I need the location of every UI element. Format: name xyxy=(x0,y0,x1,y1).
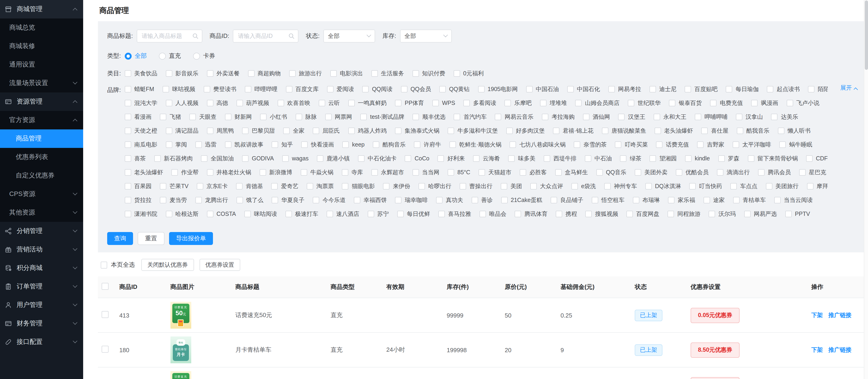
brand-checkbox-8-9[interactable]: 善诊 xyxy=(471,196,493,204)
brand-checkbox-6-0[interactable]: 老头油爆虾 xyxy=(124,169,163,176)
brand-checkbox-5-8[interactable]: 好利来 xyxy=(438,155,465,163)
brand-checkbox-3-5[interactable]: 屈臣氏 xyxy=(313,127,340,135)
row-checkbox[interactable] xyxy=(102,346,108,353)
brand-checkbox-5-13[interactable]: 绿茶 xyxy=(620,155,642,163)
brand-checkbox-7-13[interactable]: 神州专车 xyxy=(604,182,637,190)
brand-checkbox-3-9[interactable]: 好多肉汉堡 xyxy=(506,127,545,135)
brand-checkbox-1-15[interactable]: 电费充值 xyxy=(710,99,743,107)
type-radio-0[interactable]: 全部 xyxy=(124,52,147,60)
brand-checkbox-5-12[interactable]: 中石油 xyxy=(585,155,612,163)
brand-checkbox-8-5[interactable]: 今今乐道 xyxy=(313,196,345,204)
brand-checkbox-9-12[interactable]: 搜狐视频 xyxy=(586,210,618,218)
brand-checkbox-2-5[interactable]: 脉脉 xyxy=(296,113,317,121)
brand-checkbox-0-14[interactable]: 百度贴吧 xyxy=(685,85,718,93)
brand-checkbox-4-8[interactable]: 许府牛 xyxy=(414,141,441,149)
brand-checkbox-7-9[interactable]: 曹操出行 xyxy=(460,182,492,190)
promo-link[interactable]: 推广链接 xyxy=(828,346,851,353)
brand-checkbox-1-7[interactable]: PP体育 xyxy=(395,99,424,107)
brand-checkbox-1-4[interactable]: 欢喜首映 xyxy=(277,99,310,107)
brand-checkbox-4-3[interactable]: 凯叔讲故事 xyxy=(225,141,263,149)
brand-checkbox-3-11[interactable]: 唐猫说酸菜鱼 xyxy=(602,127,646,135)
off-shelf-link[interactable]: 下架 xyxy=(811,312,823,318)
brand-checkbox-6-13[interactable]: 美团外卖 xyxy=(635,169,668,176)
category-checkbox-4[interactable]: 旅游出行 xyxy=(289,69,322,78)
brand-checkbox-5-6[interactable]: 中石化油卡 xyxy=(358,155,397,163)
brand-checkbox-2-7[interactable]: test-测试品牌 xyxy=(360,113,404,121)
stock-select[interactable]: 全部 xyxy=(400,30,452,42)
brand-checkbox-4-0[interactable]: 南瓜电影 xyxy=(124,141,157,149)
category-checkbox-5[interactable]: 电影演出 xyxy=(330,69,363,78)
brand-checkbox-9-2[interactable]: COSTA xyxy=(207,211,236,217)
sidebar-item-10[interactable]: CPS资源 xyxy=(0,185,83,203)
page-scrollbar[interactable] xyxy=(864,0,868,379)
brand-checkbox-8-4[interactable]: 华夏良子 xyxy=(272,196,304,204)
brand-checkbox-6-5[interactable]: 寺库 xyxy=(342,169,363,176)
scrollbar-thumb[interactable] xyxy=(865,0,868,70)
brand-checkbox-6-4[interactable]: 牛焱火锅 xyxy=(301,169,333,176)
brand-checkbox-3-13[interactable]: 喜仕屋 xyxy=(702,127,728,135)
brand-checkbox-6-7[interactable]: 当当网 xyxy=(412,169,439,176)
brand-checkbox-3-14[interactable]: 酷我音乐 xyxy=(737,127,770,135)
sidebar-item-0[interactable]: 商城管理 xyxy=(0,0,83,19)
brand-checkbox-2-8[interactable]: 顺丰优选 xyxy=(413,113,445,121)
brand-checkbox-0-6[interactable]: QQ阅读 xyxy=(362,85,393,93)
sidebar-item-1[interactable]: 商城总览 xyxy=(0,19,83,37)
sidebar-item-6[interactable]: 官方资源 xyxy=(0,111,83,129)
brand-checkbox-7-4[interactable]: 爱奇艺 xyxy=(271,182,299,190)
brand-checkbox-6-1[interactable]: 作业帮 xyxy=(172,169,198,176)
brand-checkbox-7-15[interactable]: 叮当快药 xyxy=(689,182,722,190)
brand-checkbox-7-12[interactable]: e袋洗 xyxy=(571,182,596,190)
brand-checkbox-1-16[interactable]: 飒漫画 xyxy=(751,99,778,107)
brand-checkbox-3-8[interactable]: 牛多滋和牛汉堡 xyxy=(447,127,498,135)
brand-checkbox-8-14[interactable]: 家乐福 xyxy=(668,196,695,204)
brand-checkbox-6-3[interactable]: 新浪微博 xyxy=(259,169,292,176)
brand-checkbox-1-8[interactable]: WPS xyxy=(432,100,455,106)
brand-checkbox-1-13[interactable]: 世纪联华 xyxy=(628,99,661,107)
sidebar-item-8[interactable]: 优惠券列表 xyxy=(0,148,83,166)
brand-checkbox-5-5[interactable]: 鹿港小镇 xyxy=(317,155,350,163)
brand-checkbox-7-6[interactable]: 猫眼电影 xyxy=(342,182,375,190)
brand-checkbox-8-2[interactable]: 龙腾出行 xyxy=(195,196,228,204)
brand-checkbox-8-17[interactable]: 当当云阅读 xyxy=(774,196,812,204)
brand-checkbox-7-7[interactable]: 来伊份 xyxy=(383,182,410,190)
brand-checkbox-6-2[interactable]: 井格老灶火锅 xyxy=(207,169,251,176)
brand-checkbox-9-1[interactable]: 哈根达斯 xyxy=(165,210,198,218)
brand-checkbox-6-14[interactable]: 优酷会员 xyxy=(676,169,709,176)
brand-checkbox-6-11[interactable]: 盒马鲜生 xyxy=(555,169,588,176)
brand-checkbox-3-6[interactable]: 鸡器人炸鸡 xyxy=(348,127,386,135)
brand-checkbox-7-18[interactable]: 摩拜 xyxy=(807,182,828,190)
expand-link[interactable]: 展开 xyxy=(840,84,857,92)
brand-checkbox-6-8[interactable]: 85°C xyxy=(447,169,470,176)
sidebar-item-2[interactable]: 商城装修 xyxy=(0,37,83,55)
brand-checkbox-8-3[interactable]: 饿了么 xyxy=(236,196,263,204)
brand-checkbox-4-13[interactable]: 话费充值 xyxy=(656,141,689,149)
brand-checkbox-2-14[interactable]: 永和大王 xyxy=(654,113,686,121)
brand-checkbox-9-4[interactable]: 极速打车 xyxy=(285,210,318,218)
category-checkbox-6[interactable]: 生活服务 xyxy=(371,69,404,78)
brand-checkbox-4-2[interactable]: 迅雷 xyxy=(195,141,216,149)
brand-checkbox-4-5[interactable]: 快看漫画 xyxy=(301,141,334,149)
brand-checkbox-0-1[interactable]: 咪咕视频 xyxy=(162,85,195,93)
close-default-coupon-button[interactable]: 关闭默认优惠券 xyxy=(142,259,194,271)
brand-checkbox-9-10[interactable]: 腾讯体育 xyxy=(515,210,548,218)
category-checkbox-8[interactable]: 0元福利 xyxy=(454,69,484,78)
sidebar-item-4[interactable]: 流量场景设置 xyxy=(0,74,83,92)
brand-checkbox-7-1[interactable]: 芒果TV xyxy=(160,182,188,190)
brand-checkbox-3-7[interactable]: 集渔泰式火锅 xyxy=(395,127,439,135)
brand-checkbox-5-16[interactable]: 罗森 xyxy=(718,155,739,163)
brand-checkbox-7-2[interactable]: 京东E卡 xyxy=(197,182,228,190)
brand-checkbox-9-0[interactable]: 潇湘书院 xyxy=(124,210,157,218)
header-checkbox[interactable] xyxy=(102,283,108,290)
brand-checkbox-5-18[interactable]: CDF xyxy=(806,155,828,162)
sidebar-item-13[interactable]: 营销活动 xyxy=(0,240,83,259)
brand-checkbox-1-14[interactable]: 银泰百货 xyxy=(669,99,702,107)
coupon-setting-button[interactable]: 优惠券设置 xyxy=(199,259,240,271)
brand-checkbox-0-0[interactable]: 蜻蜓FM xyxy=(124,85,154,93)
brand-checkbox-0-10[interactable]: 中国石油 xyxy=(526,85,559,93)
brand-checkbox-9-13[interactable]: 百度网盘 xyxy=(627,210,659,218)
brand-checkbox-3-10[interactable]: 君禧·锦上花 xyxy=(553,127,593,135)
brand-checkbox-7-8[interactable]: 哈啰出行 xyxy=(418,182,451,190)
brand-checkbox-1-5[interactable]: 云听 xyxy=(318,99,340,107)
brand-checkbox-2-13[interactable]: 汉堡王 xyxy=(618,113,645,121)
brand-checkbox-3-3[interactable]: 巴黎贝甜 xyxy=(242,127,275,135)
